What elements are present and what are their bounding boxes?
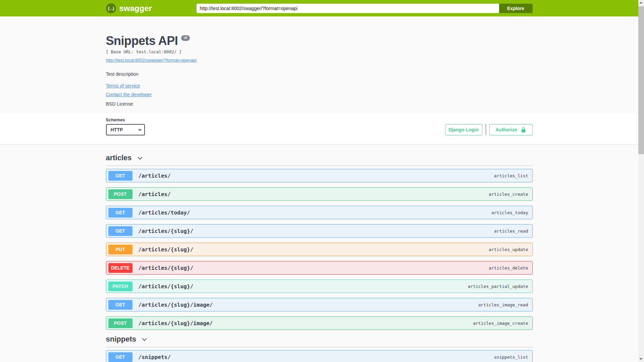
section-header[interactable]: snippets — [106, 335, 533, 347]
opblock-row[interactable]: POST /articles/{slug}/image/ articles_im… — [106, 316, 533, 330]
info-section: Snippets APIv1 [ Base URL: test.local:80… — [0, 16, 638, 113]
auth-divider — [485, 124, 486, 135]
opblock-row[interactable]: GET /snippets/ snippets_list — [106, 350, 533, 362]
op-id: articles_create — [489, 192, 528, 197]
scrollbar-thumb[interactable] — [638, 6, 644, 154]
section-title: snippets — [106, 335, 136, 344]
explore-form: Explore — [197, 4, 533, 13]
method-badge: PATCH — [108, 282, 132, 291]
url-input[interactable] — [197, 4, 499, 13]
op-path: /articles/{slug}/ — [139, 265, 194, 271]
schemes-label: Schemes — [106, 117, 145, 122]
op-id: articles_update — [489, 247, 528, 252]
terms-of-service-link[interactable]: Terms of service — [106, 83, 140, 88]
op-id: articles_delete — [489, 265, 528, 270]
authorize-button[interactable]: Authorize — [489, 124, 533, 135]
page: {…} swagger Explore Snippets APIv1 [ Bas… — [0, 0, 638, 362]
section-rows: GET /snippets/ snippets_list — [106, 350, 533, 362]
method-badge: DELETE — [108, 263, 132, 273]
base-url: [ Base URL: test.local:8002/ ] — [106, 49, 533, 54]
opblock-row[interactable]: POST /articles/ articles_create — [106, 187, 533, 201]
section-rows: GET /articles/ articles_list POST /artic… — [106, 169, 533, 330]
section-header[interactable]: articles — [106, 154, 533, 166]
op-path: /articles/{slug}/ — [139, 228, 194, 234]
op-path: /articles/ — [139, 173, 171, 179]
method-badge: GET — [108, 352, 132, 362]
op-path: /snippets/ — [139, 354, 171, 360]
opblock-row[interactable]: GET /articles/ articles_list — [106, 169, 533, 182]
unlock-icon — [521, 127, 526, 133]
opblock-row[interactable]: PATCH /articles/{slug}/ articles_partial… — [106, 280, 533, 293]
api-section: snippets GET /snippets/ snippets_list — [106, 335, 533, 362]
opblock-row[interactable]: GET /articles/{slug}/ articles_read — [106, 224, 533, 238]
api-section: articles GET /articles/ articles_list PO… — [106, 154, 533, 330]
method-badge: POST — [108, 189, 132, 199]
chevron-down-icon — [137, 155, 144, 162]
method-badge: GET — [108, 171, 132, 181]
method-badge: GET — [108, 208, 132, 218]
api-description: Test description — [106, 71, 533, 77]
op-id: articles_partial_update — [468, 284, 528, 289]
authorize-label: Authorize — [495, 127, 517, 132]
method-badge: PUT — [108, 245, 132, 254]
license-text: BSD License — [106, 101, 533, 107]
op-id: articles_today — [491, 210, 528, 215]
op-path: /articles/{slug}/image/ — [139, 302, 213, 308]
method-badge: GET — [108, 226, 132, 236]
op-id: articles_image_read — [478, 302, 528, 307]
section-title: articles — [106, 154, 132, 162]
arrow-up-icon — [640, 2, 642, 5]
op-id: articles_list — [494, 173, 528, 178]
scrollbar[interactable] — [638, 0, 644, 362]
scroll-up-button[interactable] — [638, 0, 644, 6]
op-path: /articles/ — [139, 191, 171, 197]
opblock-row[interactable]: GET /articles/today/ articles_today — [106, 206, 533, 219]
opblock-row[interactable]: DELETE /articles/{slug}/ articles_delete — [106, 261, 533, 275]
explore-button[interactable]: Explore — [499, 4, 533, 13]
scheme-container: Schemes HTTP Django Login Authorize — [0, 113, 638, 144]
arrow-down-icon — [640, 357, 642, 360]
op-id: articles_image_create — [473, 321, 528, 326]
op-path: /articles/{slug}/image/ — [139, 320, 213, 326]
op-path: /articles/{slug}/ — [139, 246, 194, 253]
page-title: Snippets APIv1 — [106, 35, 533, 47]
swagger-logo[interactable]: {…} swagger — [106, 3, 152, 13]
op-path: /articles/{slug}/ — [139, 283, 194, 290]
method-badge: POST — [108, 318, 132, 328]
method-badge: GET — [108, 300, 132, 310]
operations-list: articles GET /articles/ articles_list PO… — [106, 144, 533, 362]
swagger-logo-icon: {…} — [106, 3, 116, 13]
spec-link[interactable]: http://test.local:8002/swagger/?format=o… — [106, 58, 197, 63]
op-path: /articles/today/ — [139, 209, 190, 216]
opblock-row[interactable]: GET /articles/{slug}/image/ articles_ima… — [106, 298, 533, 311]
chevron-down-icon — [141, 336, 148, 343]
topbar: {…} swagger Explore — [0, 0, 638, 16]
schemes-select[interactable]: HTTP — [106, 124, 145, 135]
op-id: articles_read — [494, 229, 528, 234]
contact-developer-link[interactable]: Contact the developer — [106, 92, 152, 97]
op-id: snippets_list — [494, 355, 528, 360]
version-badge: v1 — [181, 35, 190, 41]
scroll-down-button[interactable] — [638, 356, 644, 362]
django-login-button[interactable]: Django Login — [445, 124, 482, 135]
opblock-row[interactable]: PUT /articles/{slug}/ articles_update — [106, 243, 533, 256]
brand-text: swagger — [119, 4, 152, 13]
